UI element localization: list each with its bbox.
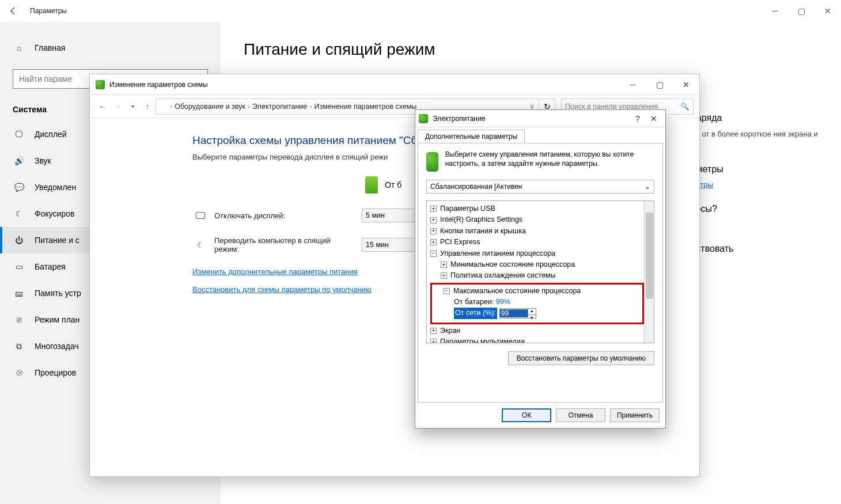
on-ac-label: От сети (%): <box>454 308 497 319</box>
nav-label: Уведомлен <box>35 183 76 192</box>
settings-tree[interactable]: +Параметры USB +Intel(R) Graphics Settin… <box>427 201 644 343</box>
expand-icon[interactable]: + <box>430 228 437 234</box>
home-label: Главная <box>35 43 65 52</box>
ok-button[interactable]: ОК <box>502 408 551 422</box>
on-battery-value[interactable]: 99% <box>496 297 510 308</box>
crumb-2[interactable]: Изменение параметров схемы <box>314 103 416 111</box>
expand-icon[interactable]: + <box>430 339 437 343</box>
nav-label: Режим план <box>35 315 79 324</box>
nav-icon: ⎚ <box>14 315 24 324</box>
nav-icon: ⧁ <box>14 368 24 378</box>
nav-label: Питание и с <box>35 236 79 245</box>
expand-icon[interactable]: + <box>430 217 437 223</box>
dlg-titlebar: Электропитание ? ✕ <box>415 110 665 127</box>
expand-icon[interactable]: + <box>430 328 437 334</box>
collapse-icon[interactable]: − <box>444 288 450 294</box>
tree-usb[interactable]: Параметры USB <box>440 203 495 214</box>
nav-up-button[interactable]: ↑ <box>141 100 154 113</box>
nav-label: Многозадач <box>35 342 79 351</box>
on-ac-spinner[interactable]: ▲▼ <box>499 308 536 319</box>
tree-cpu-max[interactable]: Максимальное состояние процессора <box>453 286 581 297</box>
close-button[interactable]: ✕ <box>815 0 841 22</box>
home-icon: ⌂ <box>14 43 24 52</box>
spin-down-button[interactable]: ▼ <box>528 315 536 321</box>
expand-icon[interactable]: + <box>441 272 447 279</box>
dlg-icon <box>419 114 428 123</box>
nav-label: Звук <box>35 156 51 165</box>
nav-icon: 🖴 <box>14 289 24 298</box>
battery-column-label: От б <box>385 180 401 190</box>
power-plan-icon <box>96 80 105 89</box>
nav-icon: ⧉ <box>14 342 24 351</box>
search-icon: 🔍 <box>680 102 690 111</box>
dlg-title: Электропитание <box>433 115 485 123</box>
breadcrumb-icon <box>160 103 168 111</box>
scrollbar-thumb[interactable] <box>646 213 653 299</box>
expand-icon[interactable]: + <box>430 206 437 212</box>
scheme-dropdown[interactable]: Сбалансированная [Активен ⌄ <box>426 180 654 194</box>
minimize-button[interactable]: ─ <box>762 0 788 22</box>
display-icon <box>196 212 205 219</box>
dlg-intro-text: Выберите схему управления питанием, кото… <box>445 150 654 172</box>
cancel-button[interactable]: Отмена <box>556 408 605 422</box>
power-options-dialog: Электропитание ? ✕ Дополнительные параме… <box>415 109 666 429</box>
tab-advanced[interactable]: Дополнительные параметры <box>418 130 525 143</box>
home-nav[interactable]: ⌂ Главная <box>0 35 221 61</box>
row-sleep-label: Переводить компьютер в спящий режим: <box>214 236 342 253</box>
row-display-label: Отключать дисплей: <box>214 211 342 220</box>
tree-multimedia[interactable]: Параметры мультимедиа <box>440 336 525 343</box>
cp-close-button[interactable]: ✕ <box>673 76 699 93</box>
apply-button[interactable]: Применить <box>610 408 660 422</box>
page-title: Питание и спящий режим <box>244 40 818 59</box>
expand-icon[interactable]: + <box>441 262 447 268</box>
expand-icon[interactable]: + <box>430 239 437 245</box>
tree-lid[interactable]: Кнопки питания и крышка <box>440 226 526 237</box>
battery-icon <box>365 176 378 194</box>
window-title: Параметры <box>26 7 67 15</box>
nav-label: Фокусиров <box>35 209 74 218</box>
nav-label: Дисплей <box>35 130 67 139</box>
nav-label: Память устр <box>35 289 81 298</box>
tree-screen[interactable]: Экран <box>440 325 460 336</box>
back-button[interactable] <box>0 0 26 22</box>
settings-titlebar: Параметры ─ ▢ ✕ <box>0 0 841 22</box>
tree-cpu-min[interactable]: Минимальное состояние процессора <box>450 259 575 270</box>
cp-maximize-button[interactable]: ▢ <box>646 76 673 93</box>
nav-icon: 🔊 <box>14 156 24 165</box>
cp-minimize-button[interactable]: ─ <box>620 76 646 93</box>
nav-recent-button[interactable]: ▾ <box>126 100 139 113</box>
dlg-close-button[interactable]: ✕ <box>646 112 662 125</box>
nav-label: Проециров <box>35 368 76 377</box>
tree-pci[interactable]: PCI Express <box>440 237 480 248</box>
on-ac-input[interactable] <box>500 309 528 317</box>
nav-icon: ▭ <box>14 262 24 271</box>
nav-label: Батарея <box>35 262 66 271</box>
nav-forward-button[interactable]: → <box>111 100 124 113</box>
tree-cooling[interactable]: Политика охлаждения системы <box>450 270 555 281</box>
collapse-icon[interactable]: − <box>430 251 437 257</box>
nav-icon: 💬 <box>14 183 24 192</box>
window-controls: ─ ▢ ✕ <box>762 0 841 22</box>
cp-title: Изменение параметров схемы <box>109 81 208 89</box>
maximize-button[interactable]: ▢ <box>788 0 815 22</box>
nav-icon: 🖵 <box>14 130 24 139</box>
dlg-intro-icon <box>426 152 438 172</box>
restore-defaults-button[interactable]: Восстановить параметры по умолчанию <box>508 351 654 365</box>
nav-icon: ☾ <box>14 209 24 218</box>
scheme-value: Сбалансированная [Активен <box>430 183 522 191</box>
tree-cpu[interactable]: Управление питанием процессора <box>440 248 555 259</box>
moon-icon <box>197 240 204 249</box>
tree-scrollbar[interactable] <box>644 201 654 343</box>
on-battery-label: От батареи: <box>454 297 494 308</box>
nav-icon: ⏻ <box>14 236 24 245</box>
crumb-1[interactable]: Электропитание <box>252 103 307 111</box>
nav-back-button[interactable]: ← <box>96 100 109 113</box>
tree-intel[interactable]: Intel(R) Graphics Settings <box>440 214 522 225</box>
chevron-down-icon: ⌄ <box>645 183 650 191</box>
dlg-help-button[interactable]: ? <box>630 112 646 125</box>
spin-up-button[interactable]: ▲ <box>528 308 536 315</box>
crumb-0[interactable]: Оборудование и звук <box>175 103 245 111</box>
cp-titlebar: Изменение параметров схемы ─ ▢ ✕ <box>90 74 699 95</box>
dlg-body: Выберите схему управления питанием, кото… <box>418 143 663 403</box>
highlight-box: −Максимальное состояние процессора От ба… <box>430 283 644 324</box>
